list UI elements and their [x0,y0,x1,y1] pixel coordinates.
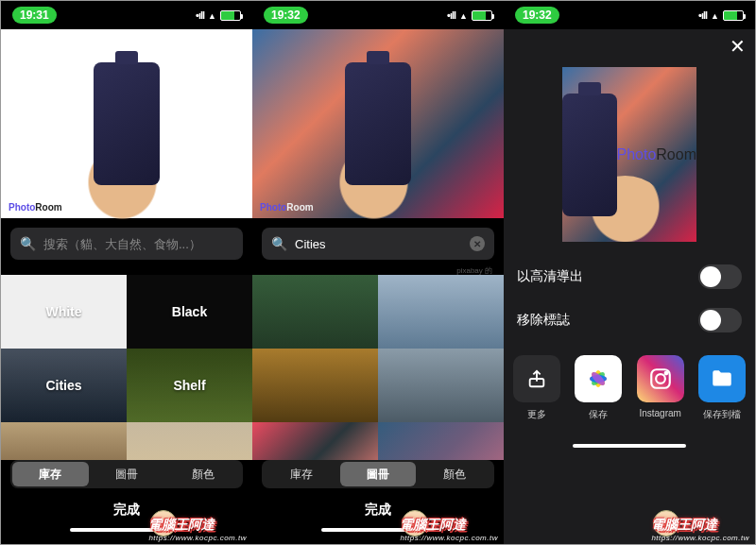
wifi-icon [208,9,216,21]
site-mascot [150,510,177,536]
action-more[interactable]: 更多 [509,355,564,421]
site-mascot [402,510,428,536]
product-graphic [562,94,617,216]
bg-tile[interactable] [378,422,504,460]
status-time: 19:32 [264,7,308,24]
bg-tile[interactable] [378,349,504,422]
photoroom-watermark: PhotoRoom [9,202,62,213]
wifi-icon [459,9,468,21]
action-save[interactable]: 保存 [571,355,626,421]
svg-point-9 [664,372,667,375]
status-time: 19:31 [12,7,57,24]
seg-album[interactable]: 圖冊 [340,462,417,486]
bg-tile[interactable] [252,275,378,349]
signal-icon [447,9,455,21]
search-input[interactable] [43,237,233,251]
photos-icon [575,355,622,402]
bg-tile[interactable] [252,422,378,460]
segmented-control[interactable]: 庫存 圖冊 顏色 [262,460,494,488]
option-label: 移除標誌 [517,312,570,329]
screenshot-1: 19:31 PhotoRoom 🔍 White Black Cities She… [1,1,252,544]
battery-icon [220,10,241,21]
bg-tile[interactable] [127,422,252,460]
done-button[interactable]: 完成 [252,494,504,526]
search-icon: 🔍 [20,236,36,251]
site-mascot [653,510,679,536]
screenshot-2: 19:32 PhotoRoom 🔍 ✕ pixabay 的 [252,1,504,544]
search-input[interactable] [295,237,462,251]
seg-color[interactable]: 顏色 [416,462,492,486]
option-hd-export: 以高清導出 [504,255,755,298]
status-bar: 19:32 [252,1,504,29]
attribution: pixabay 的 [252,265,504,275]
seg-storage[interactable]: 庫存 [12,462,89,486]
search-icon: 🔍 [271,236,287,251]
home-indicator [573,444,686,448]
product-graphic [345,62,411,185]
background-grid: White Black Cities Shelf [1,275,252,460]
bg-tile-black[interactable]: Black [127,275,252,349]
signal-icon [698,9,707,21]
action-instagram[interactable]: Instagram [633,355,688,421]
clear-icon[interactable]: ✕ [470,236,485,251]
seg-album[interactable]: 圖冊 [89,462,165,486]
screenshot-3: 19:32 ✕ PhotoRoom 以高清導出 移除標誌 [504,1,755,544]
attribution [1,265,252,275]
preview-image[interactable]: PhotoRoom [1,29,252,218]
preview-image[interactable]: PhotoRoom [252,29,504,218]
status-icons [447,9,492,21]
seg-color[interactable]: 顏色 [164,462,241,486]
product-graphic [94,62,160,185]
action-files[interactable]: 保存到檔 [695,355,749,421]
background-grid [252,275,504,460]
search-field[interactable]: 🔍 ✕ [262,228,494,260]
bg-tile[interactable] [378,275,504,349]
segmented-control[interactable]: 庫存 圖冊 顏色 [10,460,243,488]
bg-tile-shelf[interactable]: Shelf [127,349,252,422]
battery-icon [723,10,744,21]
bg-tile[interactable] [1,422,127,460]
status-time: 19:32 [515,7,559,24]
wifi-icon [711,9,719,21]
photoroom-watermark: PhotoRoom [260,202,314,213]
bg-tile[interactable] [252,349,378,422]
photoroom-watermark: PhotoRoom [617,146,697,163]
status-bar: 19:32 [504,1,755,29]
seg-storage[interactable]: 庫存 [264,462,340,486]
option-remove-logo: 移除標誌 [504,298,755,342]
instagram-icon [637,355,684,402]
toggle-hd[interactable] [698,264,742,289]
export-preview[interactable]: PhotoRoom [562,67,696,242]
done-button[interactable]: 完成 [1,494,252,526]
files-icon [698,355,746,402]
battery-icon [472,10,492,21]
search-field[interactable]: 🔍 [10,228,243,260]
option-label: 以高清導出 [517,268,583,285]
svg-point-8 [656,374,665,383]
status-bar: 19:31 [1,1,252,29]
status-icons [698,9,744,21]
share-icon [513,355,560,402]
export-sheet: ✕ PhotoRoom 以高清導出 移除標誌 更多 [504,29,755,544]
status-icons [196,9,241,21]
signal-icon [196,9,204,21]
close-icon[interactable]: ✕ [730,35,746,58]
share-actions: 更多 保存 [504,342,755,427]
bg-tile-white[interactable]: White [1,275,127,349]
toggle-remove-logo[interactable] [698,308,742,332]
bg-tile-cities[interactable]: Cities [1,349,127,422]
